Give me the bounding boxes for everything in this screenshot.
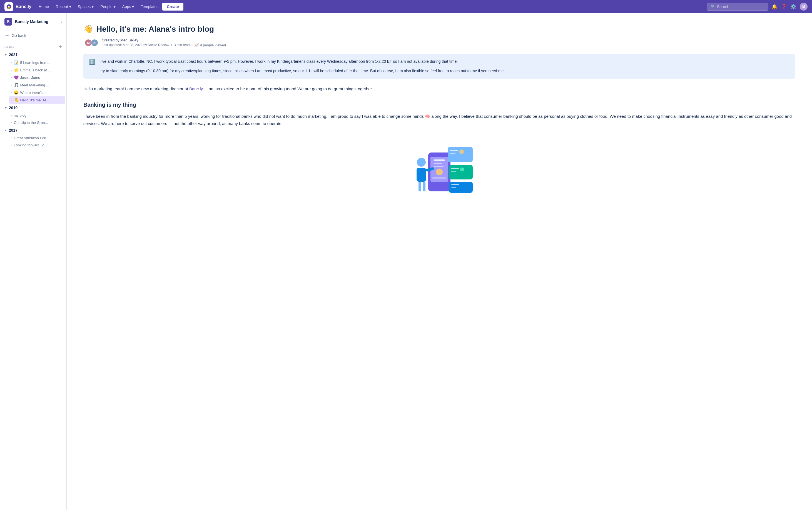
blog-item-emma[interactable]: • 🌟 Emma is back at ...: [9, 66, 65, 73]
nav-templates[interactable]: Templates: [138, 3, 161, 10]
nav-home[interactable]: Home: [36, 3, 52, 10]
sidebar-tree: ▼ 2021 • 📝 5 Learnings from... • 🌟 Emma …: [0, 51, 66, 153]
blog-item-jose[interactable]: • 💜 Jose's Jams: [9, 74, 65, 81]
main-content: 👋 Hello, it's me: Alana's intro blog M N…: [67, 13, 812, 510]
settings-icon[interactable]: ⚙️: [790, 4, 796, 10]
item-label: Jose's Jams: [20, 76, 61, 80]
illustration-svg: [401, 136, 478, 197]
create-button[interactable]: Create: [162, 3, 183, 10]
add-blog-item-button[interactable]: +: [59, 44, 62, 50]
item-emoji: 💜: [14, 75, 19, 80]
bullet-icon: •: [11, 144, 12, 147]
main-navigation: Home Recent ▾ Spaces ▾ People ▾ Apps ▾ T…: [36, 3, 705, 10]
svg-point-19: [417, 158, 426, 167]
notifications-icon[interactable]: 🔔: [772, 4, 778, 10]
blog-item-where-theres[interactable]: • 😄 Where there's a ...: [9, 89, 65, 96]
item-label: Emma is back at ...: [20, 68, 61, 72]
bullet-icon: •: [11, 99, 12, 102]
info-para-2: I try to slate early mornings (9-10:30 a…: [98, 68, 505, 74]
separator-dot-2: •: [191, 43, 193, 47]
svg-rect-10: [450, 153, 456, 154]
banking-paragraph: I have been in from the banking industry…: [83, 113, 795, 127]
blog-item-great-american[interactable]: • Great American Ecli...: [9, 134, 65, 141]
search-icon: 🔍: [710, 4, 715, 9]
tree-year-2021[interactable]: ▼ 2021: [0, 51, 66, 59]
last-updated: Last updated: Mar 28, 2022 by Nicole Rad…: [102, 43, 169, 47]
nav-apps[interactable]: Apps ▾: [119, 3, 137, 10]
page-title: Hello, it's me: Alana's intro blog: [96, 25, 214, 34]
blog-item-our-trip[interactable]: • Our trip to the Gran...: [9, 119, 65, 126]
search-input[interactable]: [717, 4, 764, 9]
topnav-right: 🔍 🔔 ❓ ⚙️ M: [707, 3, 808, 10]
svg-point-11: [459, 149, 464, 154]
blog-item-5learnings[interactable]: • 📝 5 Learnings from...: [9, 59, 65, 66]
user-avatar[interactable]: M: [800, 3, 808, 10]
svg-rect-7: [432, 177, 446, 179]
item-emoji: 📝: [14, 60, 19, 65]
svg-rect-13: [451, 168, 459, 169]
bullet-icon: •: [11, 61, 12, 64]
item-label: Where there's a ...: [20, 91, 61, 95]
go-back-label: Go back: [12, 33, 26, 38]
tree-year-2019[interactable]: ▼ 2019: [0, 104, 66, 112]
title-emoji: 👋: [83, 25, 93, 34]
svg-rect-22: [423, 182, 426, 191]
item-label: Meet Marketing ...: [20, 83, 61, 87]
item-emoji: 🌟: [14, 68, 19, 72]
svg-rect-3: [434, 159, 445, 161]
space-name: Banc.ly Marketing: [15, 20, 58, 24]
separator-dot: •: [171, 43, 172, 47]
app-logo[interactable]: Banc.ly: [4, 2, 31, 11]
space-icon: B: [4, 18, 12, 26]
info-icon: ℹ️: [89, 59, 95, 65]
bullet-icon: •: [11, 76, 12, 79]
nav-spaces[interactable]: Spaces ▾: [75, 3, 97, 10]
blog-section-label: BLOG: [4, 45, 14, 49]
search-box[interactable]: 🔍: [707, 3, 768, 10]
page-title-row: 👋 Hello, it's me: Alana's intro blog: [83, 25, 795, 34]
intro-text-2: . I am so excited to be a part of this g…: [204, 86, 373, 91]
intro-paragraph: Hello marketing team! I am the new marke…: [83, 85, 795, 92]
year-label-2019: 2019: [9, 106, 18, 110]
item-emoji: 👋: [14, 98, 19, 102]
svg-point-15: [460, 168, 464, 171]
tree-items-2017: • Great American Ecli... • Looking forwa…: [0, 134, 66, 149]
svg-rect-14: [451, 171, 456, 172]
meta-avatars: M N: [85, 39, 98, 47]
sidebar-collapse-button[interactable]: ‹: [61, 19, 62, 24]
nav-recent[interactable]: Recent ▾: [53, 3, 74, 10]
created-by: Created by Meg Bailey: [102, 38, 226, 42]
author-avatar-2[interactable]: N: [91, 39, 98, 47]
blog-item-meet-marketing[interactable]: • 🎵 Meet Marketing ...: [9, 81, 65, 89]
bullet-icon: •: [11, 114, 12, 117]
intro-text-1: Hello marketing team! I am the new marke…: [83, 86, 188, 91]
tree-year-2017[interactable]: ▼ 2017: [0, 126, 66, 134]
svg-rect-5: [434, 166, 443, 167]
svg-rect-20: [416, 168, 426, 182]
blog-item-my-blog[interactable]: • my blog: [9, 112, 65, 119]
nav-people[interactable]: People ▾: [97, 3, 118, 10]
page-header: 👋 Hello, it's me: Alana's intro blog M N…: [83, 25, 795, 47]
svg-rect-21: [418, 182, 421, 191]
help-icon[interactable]: ❓: [781, 4, 787, 10]
page-views: 📈 9 people viewed: [194, 43, 226, 47]
svg-rect-18: [451, 187, 456, 188]
blog-item-looking-forward[interactable]: • Looking forward, lo...: [9, 142, 65, 149]
article-body: Hello marketing team! I am the new marke…: [83, 85, 795, 197]
views-icon: 📈: [194, 43, 199, 47]
blog-item-hello-active[interactable]: • 👋 Hello, it's me: Al...: [9, 96, 65, 103]
info-box-content: I live and work in Charlotte, NC. I work…: [98, 58, 505, 74]
page-meta: M N Created by Meg Bailey Last updated: …: [85, 38, 795, 47]
go-back-icon: ←: [4, 32, 9, 38]
sidebar-header: B Banc.ly Marketing ‹: [0, 13, 66, 29]
info-para-1: I live and work in Charlotte, NC. I work…: [98, 58, 505, 64]
bullet-icon: •: [11, 69, 12, 72]
bullet-icon: •: [11, 84, 12, 87]
bancly-link[interactable]: Banc.ly: [189, 86, 203, 91]
sidebar: B Banc.ly Marketing ‹ ← Go back BLOG + ▼…: [0, 13, 67, 510]
svg-rect-8: [448, 147, 473, 162]
read-time: 3 min read: [174, 43, 190, 47]
item-label: Great American Ecli...: [14, 136, 61, 140]
go-back-button[interactable]: ← Go back: [0, 29, 66, 42]
banking-illustration: [83, 136, 795, 197]
